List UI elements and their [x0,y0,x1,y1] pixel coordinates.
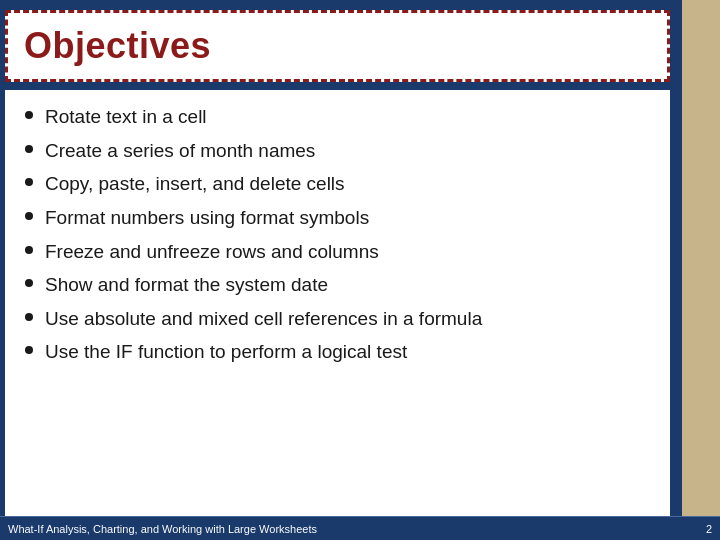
bullet-text: Show and format the system date [45,272,328,298]
slide-title: Objectives [24,25,211,67]
bullet-dot-icon [25,246,33,254]
bullet-text: Create a series of month names [45,138,315,164]
bullet-item: Use the IF function to perform a logical… [25,339,650,365]
footer-page-number: 2 [706,523,712,535]
objectives-list: Rotate text in a cellCreate a series of … [25,104,650,365]
bullet-text: Copy, paste, insert, and delete cells [45,171,345,197]
bullet-text: Use absolute and mixed cell references i… [45,306,482,332]
content-area: Rotate text in a cellCreate a series of … [5,90,670,532]
bullet-text: Rotate text in a cell [45,104,207,130]
bullet-dot-icon [25,145,33,153]
bullet-text: Use the IF function to perform a logical… [45,339,407,365]
title-box: Objectives [5,10,670,82]
slide-footer: What-If Analysis, Charting, and Working … [0,516,720,540]
bullet-text: Format numbers using format symbols [45,205,369,231]
bullet-dot-icon [25,178,33,186]
right-accent-strip [682,0,720,520]
bullet-dot-icon [25,212,33,220]
bullet-dot-icon [25,313,33,321]
bullet-text: Freeze and unfreeze rows and columns [45,239,379,265]
bullet-item: Use absolute and mixed cell references i… [25,306,650,332]
footer-left-text: What-If Analysis, Charting, and Working … [8,523,317,535]
bullet-dot-icon [25,279,33,287]
bullet-dot-icon [25,346,33,354]
bullet-item: Rotate text in a cell [25,104,650,130]
slide-container: Objectives Rotate text in a cellCreate a… [0,0,720,540]
bullet-dot-icon [25,111,33,119]
bullet-item: Create a series of month names [25,138,650,164]
bullet-item: Freeze and unfreeze rows and columns [25,239,650,265]
bullet-item: Format numbers using format symbols [25,205,650,231]
bullet-item: Copy, paste, insert, and delete cells [25,171,650,197]
bullet-item: Show and format the system date [25,272,650,298]
